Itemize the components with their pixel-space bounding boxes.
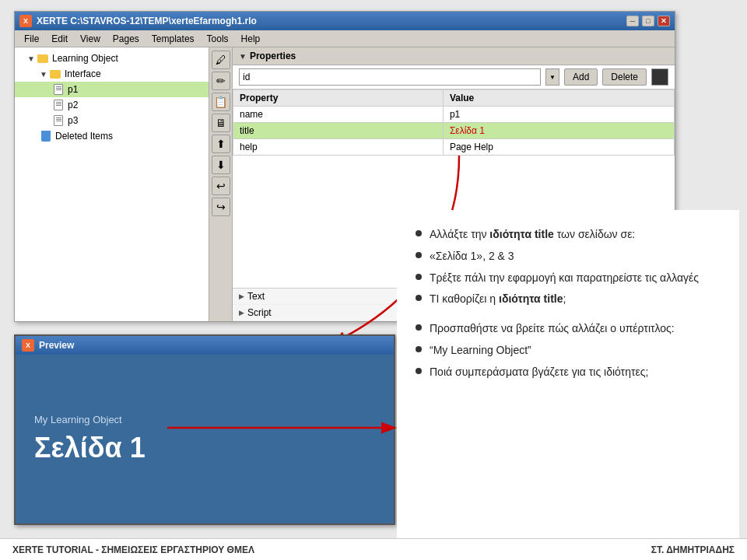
menu-templates[interactable]: Templates (146, 32, 201, 46)
col-property: Property (233, 90, 444, 107)
color-swatch[interactable] (651, 68, 668, 86)
preview-subtitle: My Learning Object (34, 414, 375, 425)
preview-content: My Learning Object Σελίδα 1 (16, 355, 394, 523)
preview-window: X Preview My Learning Object Σελίδα 1 (14, 334, 395, 525)
bullet-text-4: ΤΙ καθορίζει η ιδιότητα title; (430, 290, 721, 309)
bullet-item-3: Τρέξτε πάλι την εφαρμογή και παρατηρείστ… (416, 269, 721, 288)
prop-title-cell: title (233, 123, 444, 139)
tree-item-p1[interactable]: p1 (15, 82, 209, 97)
close-button[interactable]: ✕ (658, 16, 670, 26)
bottom-right-text: ΣΤ. ΔΗΜΗΤΡΙΑΔΗΣ (651, 544, 735, 555)
tree-label-interface: Interface (65, 68, 101, 79)
bullet-dot-7 (416, 368, 422, 374)
footer-text-label: Text (247, 291, 265, 302)
tree-item-p3[interactable]: p3 (15, 113, 209, 128)
bullet-item-6: “My Learning Object” (416, 341, 721, 360)
toolbar-btn-4[interactable]: 🖥 (212, 114, 230, 132)
prop-title-value: Σελίδα 1 (443, 123, 674, 139)
folder-icon (37, 52, 49, 65)
bullet-dot-5 (416, 324, 422, 331)
col-value: Value (443, 90, 674, 107)
tree-label-learning-object: Learning Object (52, 53, 118, 64)
window-titlebar: X XERTE C:\STAVROS-12\TEMP\xerteEfarmogh… (15, 12, 675, 30)
tree-label-deleted: Deleted Items (55, 131, 113, 142)
bullet-item-5: Προσπαθήστε να βρείτε πώς αλλάζει ο υπέρ… (416, 320, 721, 338)
toolbar-btn-3[interactable]: 📋 (212, 93, 230, 111)
menu-view[interactable]: View (74, 32, 107, 46)
toolbar-btn-8[interactable]: ↪ (212, 198, 230, 216)
menu-edit[interactable]: Edit (45, 32, 74, 46)
tree-item-learning-object[interactable]: ▼ Learning Object (15, 51, 209, 66)
properties-table: Property Value name p1 title Σελίδα 1 he… (233, 89, 675, 156)
tree-label-p1: p1 (68, 84, 78, 95)
expand-arrow-interface: ▼ (40, 70, 47, 79)
page-icon-p2 (52, 99, 65, 111)
table-row[interactable]: help Page Help (233, 139, 675, 156)
minimize-button[interactable]: ─ (626, 16, 639, 26)
menubar: File Edit View Pages Templates Tools Hel… (15, 30, 675, 47)
bullet-item-7: Ποιά συμπεράσματα βγάζετε για τις ιδιότη… (416, 363, 721, 382)
expand-arrow: ▼ (27, 54, 35, 63)
bullet-dot-6 (416, 346, 422, 352)
menu-file[interactable]: File (18, 32, 45, 46)
bullet-text-1: Αλλάξτε την ιδιότητα title των σελίδων σ… (430, 226, 721, 244)
preview-title-text: Σελίδα 1 (34, 432, 375, 464)
bullet-text-2: «Σελίδα 1», 2 & 3 (430, 247, 721, 266)
bullet-item-1: Αλλάξτε την ιδιότητα title των σελίδων σ… (416, 226, 721, 244)
bottom-bar: XERTE TUTORIAL - ΣΗΜΕΙΩΣΕΙΣ ΕΡΓΑΣΤΗΡΙΟΥ … (0, 538, 747, 560)
bullet-dot-3 (416, 274, 422, 280)
prop-value-cell: p1 (443, 107, 674, 123)
tree-item-p2[interactable]: p2 (15, 97, 209, 113)
preview-title: Preview (39, 340, 74, 351)
id-input[interactable] (239, 68, 541, 86)
bullet-dot-1 (416, 230, 422, 236)
bullet-text-3: Τρέξτε πάλι την εφαρμογή και παρατηρείστ… (430, 269, 721, 288)
tree-content: ▼ Learning Object ▼ Interface (15, 47, 209, 321)
menu-tools[interactable]: Tools (201, 32, 235, 46)
toolbar-btn-5[interactable]: ⬆ (212, 135, 230, 153)
toolbar-btn-1[interactable]: 🖊 (212, 51, 230, 69)
toolbar-btn-7[interactable]: ↩ (212, 177, 230, 195)
properties-label: Properties (250, 51, 296, 61)
bullet-dot-2 (416, 252, 422, 258)
table-row[interactable]: title Σελίδα 1 (233, 123, 675, 139)
folder-icon-interface (49, 68, 61, 80)
bullet-item-2: «Σελίδα 1», 2 & 3 (416, 247, 721, 266)
add-button[interactable]: Add (564, 68, 598, 86)
xerte-icon: X (19, 15, 32, 27)
tree-item-interface[interactable]: ▼ Interface (15, 66, 209, 82)
window-title: XERTE C:\STAVROS-12\TEMP\xerteEfarmogh1.… (37, 16, 626, 26)
footer-triangle-script: ▶ (239, 309, 244, 317)
id-dropdown[interactable]: ▼ (545, 68, 559, 86)
toolbar-btn-6[interactable]: ⬇ (212, 156, 230, 174)
page-icon-p1 (52, 83, 65, 96)
tree-item-deleted[interactable]: Deleted Items (15, 128, 209, 144)
page-icon-p3 (52, 114, 65, 127)
bullet-dot-4 (416, 295, 422, 301)
tree-panel: ▼ Learning Object ▼ Interface (15, 47, 233, 321)
maximize-button[interactable]: □ (642, 16, 654, 26)
menu-help[interactable]: Help (235, 32, 267, 46)
tree-label-p2: p2 (68, 100, 78, 110)
id-bar: ▼ Add Delete (233, 65, 675, 89)
tree-toolbar: 🖊 ✏ 📋 🖥 ⬆ ⬇ ↩ ↪ (209, 47, 232, 321)
delete-button[interactable]: Delete (602, 68, 647, 86)
preview-titlebar: X Preview (16, 336, 394, 355)
trash-icon (40, 130, 52, 142)
prop-help-cell: help (233, 139, 444, 156)
toolbar-btn-2[interactable]: ✏ (212, 72, 230, 90)
prop-name-cell: name (233, 107, 444, 123)
menu-pages[interactable]: Pages (107, 32, 146, 46)
tree-label-p3: p3 (68, 115, 78, 126)
bullet-text-6: “My Learning Object” (430, 341, 721, 360)
bottom-left-text: XERTE TUTORIAL - ΣΗΜΕΙΩΣΕΙΣ ΕΡΓΑΣΤΗΡΙΟΥ … (12, 544, 254, 555)
prop-help-value: Page Help (443, 139, 674, 156)
prop-triangle: ▼ (239, 52, 247, 61)
properties-header: ▼ Properties (233, 47, 675, 65)
bullet-text-7: Ποιά συμπεράσματα βγάζετε για τις ιδιότη… (430, 363, 721, 382)
table-row[interactable]: name p1 (233, 107, 675, 123)
bullet-text-5: Προσπαθήστε να βρείτε πώς αλλάζει ο υπέρ… (430, 320, 721, 338)
preview-icon: X (22, 339, 34, 352)
footer-triangle-text: ▶ (239, 292, 244, 300)
bullet-panel: Αλλάξτε την ιδιότητα title των σελίδων σ… (397, 210, 739, 552)
